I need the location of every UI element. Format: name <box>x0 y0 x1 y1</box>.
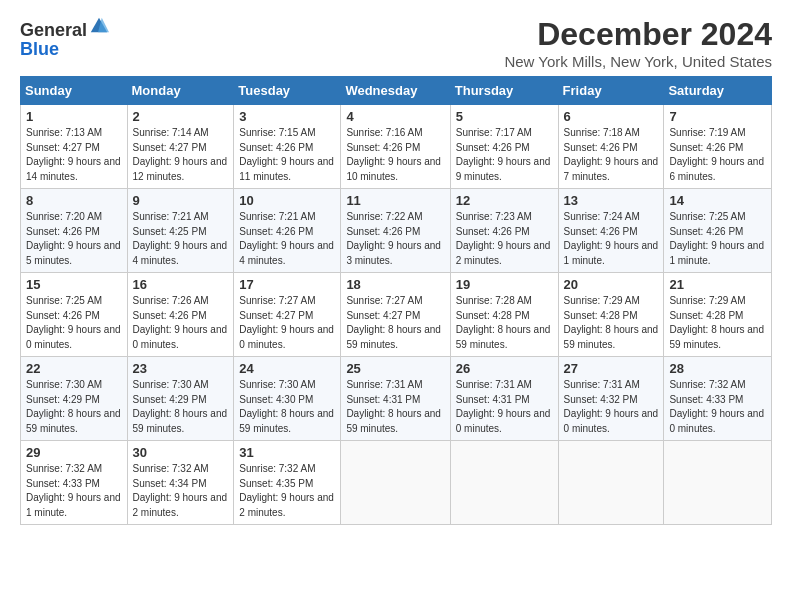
calendar-cell: 8Sunrise: 7:20 AMSunset: 4:26 PMDaylight… <box>21 189 128 273</box>
header: General Blue December 2024 New York Mill… <box>20 16 772 70</box>
title-area: December 2024 New York Mills, New York, … <box>504 16 772 70</box>
day-number: 9 <box>133 193 229 208</box>
day-info: Sunrise: 7:21 AMSunset: 4:26 PMDaylight:… <box>239 210 335 268</box>
calendar-cell: 5Sunrise: 7:17 AMSunset: 4:26 PMDaylight… <box>450 105 558 189</box>
day-info: Sunrise: 7:19 AMSunset: 4:26 PMDaylight:… <box>669 126 766 184</box>
calendar-cell: 11Sunrise: 7:22 AMSunset: 4:26 PMDayligh… <box>341 189 450 273</box>
calendar-cell: 14Sunrise: 7:25 AMSunset: 4:26 PMDayligh… <box>664 189 772 273</box>
calendar-cell: 20Sunrise: 7:29 AMSunset: 4:28 PMDayligh… <box>558 273 664 357</box>
day-info: Sunrise: 7:28 AMSunset: 4:28 PMDaylight:… <box>456 294 553 352</box>
calendar-cell: 16Sunrise: 7:26 AMSunset: 4:26 PMDayligh… <box>127 273 234 357</box>
day-number: 11 <box>346 193 444 208</box>
day-number: 25 <box>346 361 444 376</box>
location-title: New York Mills, New York, United States <box>504 53 772 70</box>
day-number: 17 <box>239 277 335 292</box>
week-row-2: 8Sunrise: 7:20 AMSunset: 4:26 PMDaylight… <box>21 189 772 273</box>
calendar-cell <box>341 441 450 525</box>
calendar-cell <box>664 441 772 525</box>
calendar-cell: 7Sunrise: 7:19 AMSunset: 4:26 PMDaylight… <box>664 105 772 189</box>
day-number: 29 <box>26 445 122 460</box>
weekday-wednesday: Wednesday <box>341 77 450 105</box>
day-number: 14 <box>669 193 766 208</box>
weekday-monday: Monday <box>127 77 234 105</box>
day-number: 24 <box>239 361 335 376</box>
day-number: 10 <box>239 193 335 208</box>
day-number: 3 <box>239 109 335 124</box>
day-number: 30 <box>133 445 229 460</box>
logo: General Blue <box>20 16 109 59</box>
day-info: Sunrise: 7:17 AMSunset: 4:26 PMDaylight:… <box>456 126 553 184</box>
calendar-cell: 30Sunrise: 7:32 AMSunset: 4:34 PMDayligh… <box>127 441 234 525</box>
calendar-cell: 26Sunrise: 7:31 AMSunset: 4:31 PMDayligh… <box>450 357 558 441</box>
day-number: 5 <box>456 109 553 124</box>
calendar-cell: 1Sunrise: 7:13 AMSunset: 4:27 PMDaylight… <box>21 105 128 189</box>
weekday-saturday: Saturday <box>664 77 772 105</box>
calendar-cell: 24Sunrise: 7:30 AMSunset: 4:30 PMDayligh… <box>234 357 341 441</box>
calendar-cell: 27Sunrise: 7:31 AMSunset: 4:32 PMDayligh… <box>558 357 664 441</box>
day-info: Sunrise: 7:27 AMSunset: 4:27 PMDaylight:… <box>239 294 335 352</box>
day-number: 2 <box>133 109 229 124</box>
calendar-cell: 19Sunrise: 7:28 AMSunset: 4:28 PMDayligh… <box>450 273 558 357</box>
day-number: 13 <box>564 193 659 208</box>
week-row-1: 1Sunrise: 7:13 AMSunset: 4:27 PMDaylight… <box>21 105 772 189</box>
day-number: 8 <box>26 193 122 208</box>
calendar-cell: 21Sunrise: 7:29 AMSunset: 4:28 PMDayligh… <box>664 273 772 357</box>
day-number: 28 <box>669 361 766 376</box>
calendar-cell: 6Sunrise: 7:18 AMSunset: 4:26 PMDaylight… <box>558 105 664 189</box>
day-info: Sunrise: 7:14 AMSunset: 4:27 PMDaylight:… <box>133 126 229 184</box>
day-number: 27 <box>564 361 659 376</box>
logo-icon <box>89 16 109 36</box>
day-number: 20 <box>564 277 659 292</box>
day-info: Sunrise: 7:25 AMSunset: 4:26 PMDaylight:… <box>26 294 122 352</box>
day-info: Sunrise: 7:32 AMSunset: 4:33 PMDaylight:… <box>26 462 122 520</box>
day-number: 18 <box>346 277 444 292</box>
day-info: Sunrise: 7:32 AMSunset: 4:35 PMDaylight:… <box>239 462 335 520</box>
weekday-thursday: Thursday <box>450 77 558 105</box>
calendar-cell: 3Sunrise: 7:15 AMSunset: 4:26 PMDaylight… <box>234 105 341 189</box>
day-info: Sunrise: 7:25 AMSunset: 4:26 PMDaylight:… <box>669 210 766 268</box>
month-title: December 2024 <box>504 16 772 53</box>
calendar-cell: 31Sunrise: 7:32 AMSunset: 4:35 PMDayligh… <box>234 441 341 525</box>
day-info: Sunrise: 7:29 AMSunset: 4:28 PMDaylight:… <box>564 294 659 352</box>
day-info: Sunrise: 7:32 AMSunset: 4:33 PMDaylight:… <box>669 378 766 436</box>
calendar-cell: 15Sunrise: 7:25 AMSunset: 4:26 PMDayligh… <box>21 273 128 357</box>
day-info: Sunrise: 7:23 AMSunset: 4:26 PMDaylight:… <box>456 210 553 268</box>
day-info: Sunrise: 7:21 AMSunset: 4:25 PMDaylight:… <box>133 210 229 268</box>
day-info: Sunrise: 7:16 AMSunset: 4:26 PMDaylight:… <box>346 126 444 184</box>
logo-general: General <box>20 20 87 40</box>
calendar-cell: 17Sunrise: 7:27 AMSunset: 4:27 PMDayligh… <box>234 273 341 357</box>
calendar-cell: 22Sunrise: 7:30 AMSunset: 4:29 PMDayligh… <box>21 357 128 441</box>
day-info: Sunrise: 7:13 AMSunset: 4:27 PMDaylight:… <box>26 126 122 184</box>
day-info: Sunrise: 7:24 AMSunset: 4:26 PMDaylight:… <box>564 210 659 268</box>
day-number: 12 <box>456 193 553 208</box>
day-number: 21 <box>669 277 766 292</box>
day-number: 1 <box>26 109 122 124</box>
calendar-cell: 12Sunrise: 7:23 AMSunset: 4:26 PMDayligh… <box>450 189 558 273</box>
day-info: Sunrise: 7:18 AMSunset: 4:26 PMDaylight:… <box>564 126 659 184</box>
day-info: Sunrise: 7:27 AMSunset: 4:27 PMDaylight:… <box>346 294 444 352</box>
calendar-cell: 23Sunrise: 7:30 AMSunset: 4:29 PMDayligh… <box>127 357 234 441</box>
day-info: Sunrise: 7:30 AMSunset: 4:30 PMDaylight:… <box>239 378 335 436</box>
calendar-cell: 2Sunrise: 7:14 AMSunset: 4:27 PMDaylight… <box>127 105 234 189</box>
calendar-cell: 10Sunrise: 7:21 AMSunset: 4:26 PMDayligh… <box>234 189 341 273</box>
weekday-sunday: Sunday <box>21 77 128 105</box>
day-number: 26 <box>456 361 553 376</box>
week-row-3: 15Sunrise: 7:25 AMSunset: 4:26 PMDayligh… <box>21 273 772 357</box>
weekday-friday: Friday <box>558 77 664 105</box>
calendar-cell: 18Sunrise: 7:27 AMSunset: 4:27 PMDayligh… <box>341 273 450 357</box>
day-number: 16 <box>133 277 229 292</box>
day-number: 4 <box>346 109 444 124</box>
calendar-cell: 25Sunrise: 7:31 AMSunset: 4:31 PMDayligh… <box>341 357 450 441</box>
day-info: Sunrise: 7:31 AMSunset: 4:31 PMDaylight:… <box>456 378 553 436</box>
week-row-5: 29Sunrise: 7:32 AMSunset: 4:33 PMDayligh… <box>21 441 772 525</box>
calendar-table: SundayMondayTuesdayWednesdayThursdayFrid… <box>20 76 772 525</box>
calendar-cell <box>450 441 558 525</box>
logo-blue: Blue <box>20 39 59 59</box>
day-number: 6 <box>564 109 659 124</box>
day-number: 22 <box>26 361 122 376</box>
weekday-header-row: SundayMondayTuesdayWednesdayThursdayFrid… <box>21 77 772 105</box>
day-info: Sunrise: 7:26 AMSunset: 4:26 PMDaylight:… <box>133 294 229 352</box>
calendar-cell: 13Sunrise: 7:24 AMSunset: 4:26 PMDayligh… <box>558 189 664 273</box>
weekday-tuesday: Tuesday <box>234 77 341 105</box>
day-info: Sunrise: 7:31 AMSunset: 4:32 PMDaylight:… <box>564 378 659 436</box>
